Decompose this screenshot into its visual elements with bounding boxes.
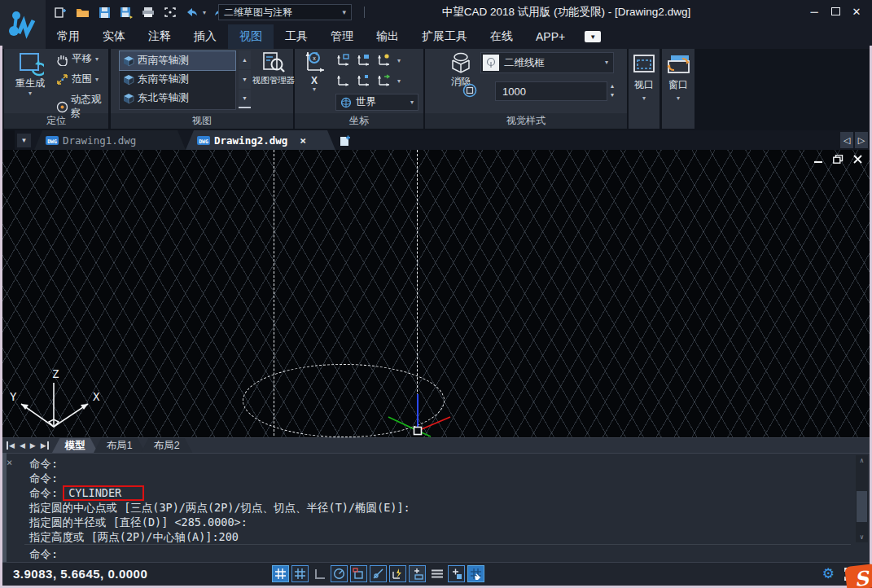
dwg-file-icon: DWG xyxy=(197,135,210,146)
chevron-down-icon: ▾ xyxy=(410,99,414,106)
view-item-ne-isometric[interactable]: 东北等轴测 xyxy=(120,89,235,108)
command-line-panel[interactable]: × 命令: 命令: 命令:CYLINDER 指定圆的中心点或 [三点(3P)/两… xyxy=(0,453,872,562)
chevron-down-icon[interactable]: ▾ xyxy=(397,58,401,64)
tab-solid[interactable]: 实体 xyxy=(91,24,137,49)
doc-restore-icon[interactable] xyxy=(833,155,844,164)
window-cascade-icon xyxy=(666,54,690,75)
command-panel-close-icon[interactable]: × xyxy=(7,457,12,468)
new-doc-tab-button[interactable] xyxy=(337,133,352,147)
doc-close-icon[interactable] xyxy=(853,155,862,164)
next-layout-icon[interactable]: ▶ xyxy=(30,441,36,450)
tab-model[interactable]: 模型 xyxy=(52,438,99,454)
tab-app-plus[interactable]: APP+ xyxy=(524,24,576,49)
world-globe-icon xyxy=(340,97,352,108)
minimize-button[interactable]: ─ xyxy=(804,2,825,21)
command-scrollbar[interactable]: ∧ ∨ xyxy=(856,455,868,542)
ortho-mode-icon[interactable] xyxy=(311,565,328,582)
command-input-line[interactable]: 命令: xyxy=(29,546,58,561)
viewport-maximize-icon[interactable] xyxy=(467,565,484,582)
grid-display-icon[interactable] xyxy=(272,565,289,582)
zoom-extents-button[interactable]: 范围 ▾ xyxy=(56,72,99,86)
spinner-down-icon[interactable]: ▾ xyxy=(611,92,614,99)
panel-visual-style-label[interactable]: 视觉样式 xyxy=(425,113,627,129)
tab-layout2[interactable]: 布局2 xyxy=(141,438,193,454)
spinner-up-icon[interactable]: ▴ xyxy=(611,83,614,90)
ucs-object-icon[interactable] xyxy=(356,52,372,68)
open-folder-icon[interactable] xyxy=(74,5,90,20)
add-selected-icon[interactable] xyxy=(448,565,465,582)
status-toggles xyxy=(272,565,484,582)
print-icon[interactable] xyxy=(140,5,156,20)
doc-tab-drawing1[interactable]: DWG Drawing1.dwg xyxy=(34,130,186,150)
prev-layout-icon[interactable]: ◀ xyxy=(20,441,25,450)
workspace-label: 二维草图与注释 xyxy=(224,6,292,20)
undo-dropdown-icon[interactable]: ▾ xyxy=(203,9,206,16)
doc-tab-list-dropdown[interactable]: ▼ xyxy=(17,134,31,147)
view-item-se-isometric[interactable]: 东南等轴测 xyxy=(120,70,235,89)
regen-button[interactable]: 重生成 ▾ xyxy=(9,50,51,97)
tab-manage[interactable]: 管理 xyxy=(319,24,365,49)
panel-view-label[interactable]: 视图 xyxy=(111,113,293,129)
view-list-scroll-up[interactable]: ▲ xyxy=(239,50,251,69)
maximize-button[interactable] xyxy=(825,2,846,21)
viewport-button[interactable]: 视口 ▾ xyxy=(629,49,659,129)
doc-tab-scroll-left[interactable]: ◁ xyxy=(840,132,853,148)
doc-tab-close-icon[interactable]: × xyxy=(300,134,306,147)
lineweight-icon[interactable] xyxy=(428,565,445,582)
doc-minimize-icon[interactable] xyxy=(813,156,823,164)
close-button[interactable]: ✕ xyxy=(846,2,867,21)
ucs-world-icon[interactable] xyxy=(335,72,352,89)
tab-insert[interactable]: 插入 xyxy=(182,24,228,49)
ucs-x-button[interactable]: x X ▾ xyxy=(300,50,329,93)
ucs-previous-icon[interactable] xyxy=(376,52,392,68)
pan-hand-icon xyxy=(56,53,68,66)
app-menu-button[interactable] xyxy=(0,0,46,49)
save-icon[interactable] xyxy=(96,5,112,20)
pan-button[interactable]: 平移 ▾ xyxy=(56,52,99,66)
settings-gear-icon[interactable]: ⚙ xyxy=(822,565,835,582)
tab-annotate[interactable]: 注释 xyxy=(137,24,182,49)
tab-view[interactable]: 视图 xyxy=(228,24,274,49)
doc-tab-scroll-right[interactable]: ▷ xyxy=(855,132,868,148)
tab-output[interactable]: 输出 xyxy=(365,24,410,49)
undo-icon[interactable] xyxy=(184,5,200,20)
save-as-icon[interactable] xyxy=(118,5,134,20)
workspace-selector[interactable]: 二维草图与注释 ▾ xyxy=(218,4,352,20)
scroll-up-icon[interactable]: ∧ xyxy=(856,455,868,466)
tab-express[interactable]: 扩展工具 xyxy=(410,24,479,49)
clean-screen-icon[interactable] xyxy=(162,5,178,20)
chevron-down-icon[interactable]: ▾ xyxy=(397,78,401,85)
scrollbar-thumb[interactable] xyxy=(857,491,867,522)
snap-mode-icon[interactable] xyxy=(291,565,309,582)
visual-style-dropdown[interactable]: 二维线框 ▾ xyxy=(480,52,614,73)
tab-online[interactable]: 在线 xyxy=(479,24,524,49)
doc-tab-drawing2[interactable]: DWG Drawing2.dwg × xyxy=(186,130,335,150)
view-item-sw-isometric[interactable]: 西南等轴测 xyxy=(120,51,235,70)
tab-tools[interactable]: 工具 xyxy=(274,24,319,49)
ucs-origin-icon[interactable] xyxy=(335,52,352,68)
last-layout-icon[interactable]: ▶ xyxy=(41,441,49,450)
object-snap-icon[interactable] xyxy=(350,565,367,582)
ucs-z-axis-icon[interactable] xyxy=(356,72,372,89)
polar-tracking-icon[interactable] xyxy=(331,565,348,582)
new-file-icon[interactable] xyxy=(52,5,68,20)
ucs-3point-icon[interactable] xyxy=(376,72,392,89)
tab-home[interactable]: 常用 xyxy=(46,24,91,49)
window-panel-button[interactable]: 窗口 ▾ xyxy=(662,49,695,129)
tab-layout1[interactable]: 布局1 xyxy=(94,438,146,454)
orbit-button[interactable]: 动态观察 xyxy=(56,93,108,121)
view-list-expand[interactable]: ▼ xyxy=(239,90,251,108)
drawing-canvas[interactable]: Z Y X xyxy=(0,150,872,437)
object-snap-tracking-icon[interactable] xyxy=(370,565,387,582)
view-manager-button[interactable]: 视图管理器 xyxy=(256,50,291,86)
panel-coordinates-label[interactable]: 坐标 xyxy=(295,113,423,129)
first-layout-icon[interactable]: ◀ xyxy=(7,441,15,450)
scroll-down-icon[interactable]: ∨ xyxy=(856,532,868,542)
isolines-input[interactable]: 1000 xyxy=(495,81,607,101)
dynamic-input-icon[interactable] xyxy=(409,565,426,582)
svg-text:x: x xyxy=(313,55,316,61)
view-list-scroll-down[interactable]: ▼ xyxy=(239,70,251,89)
message-dropdown-icon[interactable]: ▼ xyxy=(585,31,601,42)
dynamic-ucs-icon[interactable] xyxy=(389,565,406,582)
ucs-named-dropdown[interactable]: 世界 ▾ xyxy=(335,94,418,111)
